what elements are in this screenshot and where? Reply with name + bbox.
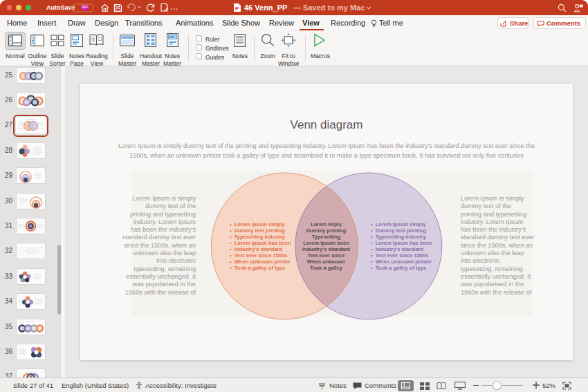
svg-text:P: P <box>235 6 239 12</box>
